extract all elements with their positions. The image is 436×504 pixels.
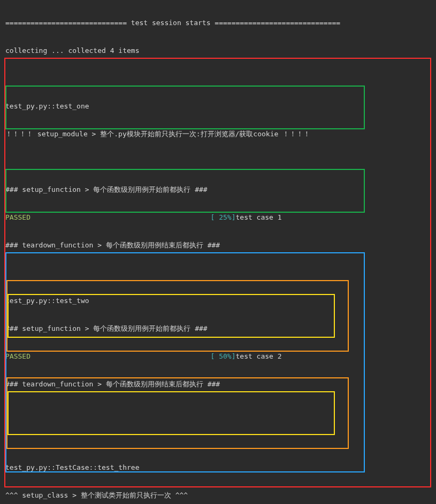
- session-start-line: ============================= test sessi…: [5, 16, 431, 30]
- annotation-box-yellow: [7, 294, 335, 338]
- setup-class-line: ^^^ setup_class > 整个测试类开始前只执行一次 ^^^: [5, 489, 431, 502]
- collecting-line: collecting ... collected 4 items: [5, 44, 431, 58]
- annotation-box-yellow: [7, 391, 335, 435]
- annotation-box-green: [5, 169, 365, 213]
- annotation-box-green: [5, 86, 365, 129]
- terminal-output: ============================= test sessi…: [0, 0, 436, 504]
